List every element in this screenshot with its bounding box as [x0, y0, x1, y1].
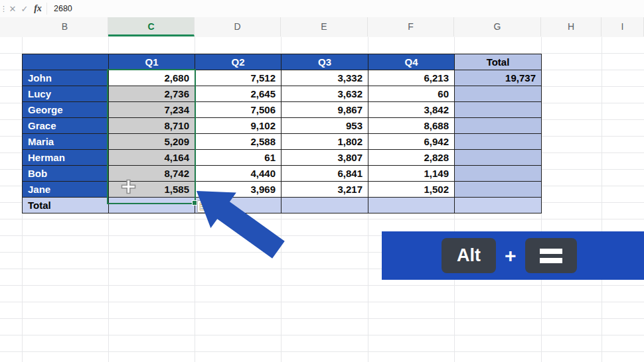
- cell-G4[interactable]: [455, 86, 542, 102]
- column-header-g[interactable]: G: [454, 17, 541, 36]
- cell-C10[interactable]: 1,585: [109, 182, 195, 198]
- cell-D7[interactable]: 2,588: [195, 134, 282, 150]
- cell-E9[interactable]: 6,841: [282, 166, 368, 182]
- cell-C4[interactable]: 2,736: [109, 86, 195, 102]
- cell-G9[interactable]: [455, 166, 542, 182]
- cell-C11[interactable]: [109, 198, 195, 213]
- cell-E8[interactable]: 3,807: [282, 150, 368, 166]
- cell-D9[interactable]: 4,440: [195, 166, 282, 182]
- formula-bar: ⋮ ✕ ✓ fx 2680: [0, 0, 644, 18]
- cell-G6[interactable]: [455, 118, 542, 134]
- column-header-i[interactable]: I: [602, 17, 644, 36]
- column-header-f[interactable]: F: [368, 17, 454, 36]
- formula-bar-divider: [46, 3, 47, 15]
- cell-F3[interactable]: 6,213: [368, 70, 455, 86]
- table-body: Q1Q2Q3Q4TotalJohn2,6807,5123,3326,21319,…: [23, 54, 542, 213]
- gridline: [602, 37, 602, 362]
- cell-F11[interactable]: [368, 198, 455, 213]
- quick-analysis-button[interactable]: [197, 200, 210, 213]
- shortcut-banner: Alt +: [382, 231, 644, 280]
- equals-icon: [540, 258, 562, 263]
- column-header-e[interactable]: E: [281, 17, 368, 36]
- column-header-d[interactable]: D: [195, 17, 281, 36]
- cell-E2-header[interactable]: Q3: [282, 54, 368, 70]
- cell-B6-label[interactable]: Grace: [23, 118, 109, 134]
- cell-F4[interactable]: 60: [368, 86, 455, 102]
- cell-F2-header[interactable]: Q4: [368, 54, 455, 70]
- cell-B2-header[interactable]: [23, 54, 109, 70]
- cell-C9[interactable]: 8,742: [109, 166, 195, 182]
- alt-key: Alt: [442, 238, 496, 273]
- cell-D2-header[interactable]: Q2: [195, 54, 282, 70]
- cell-D3[interactable]: 7,512: [195, 70, 282, 86]
- cell-C8[interactable]: 4,164: [109, 150, 195, 166]
- cell-C2-header[interactable]: Q1: [109, 54, 195, 70]
- cell-B7-label[interactable]: Maria: [23, 134, 109, 150]
- cell-G10[interactable]: [455, 182, 542, 198]
- quick-analysis-icon: [199, 202, 208, 211]
- cell-D8[interactable]: 61: [195, 150, 282, 166]
- cell-C3[interactable]: 2,680: [109, 70, 195, 86]
- cell-F9[interactable]: 1,149: [368, 166, 455, 182]
- column-header-c[interactable]: C: [108, 17, 195, 36]
- enter-icon[interactable]: ✓: [19, 4, 31, 14]
- cell-B4-label[interactable]: Lucy: [23, 86, 109, 102]
- cell-D4[interactable]: 2,645: [195, 86, 282, 102]
- excel-window: ⋮ ✕ ✓ fx 2680 B C D E F G H I Q1Q2Q3Q4To…: [0, 0, 644, 362]
- cell-G3[interactable]: 19,737: [455, 70, 542, 86]
- cell-E11[interactable]: [282, 198, 368, 213]
- cell-D6[interactable]: 9,102: [195, 118, 282, 134]
- cell-C5[interactable]: 7,234: [109, 102, 195, 118]
- cell-F7[interactable]: 6,942: [368, 134, 455, 150]
- cell-D5[interactable]: 7,506: [195, 102, 282, 118]
- cell-D10[interactable]: 3,969: [195, 182, 282, 198]
- cell-B9-label[interactable]: Bob: [23, 166, 109, 182]
- equals-icon: [540, 249, 562, 254]
- cell-G7[interactable]: [455, 134, 542, 150]
- cell-B10-label[interactable]: Jane: [23, 182, 109, 198]
- cell-F8[interactable]: 2,828: [368, 150, 455, 166]
- insert-function-icon[interactable]: fx: [31, 3, 45, 14]
- plus-sign: +: [505, 245, 517, 267]
- grip-icon: ⋮: [0, 5, 7, 12]
- cell-B11-label[interactable]: Total: [23, 198, 109, 213]
- cell-C6[interactable]: 8,710: [109, 118, 195, 134]
- cell-F6[interactable]: 8,688: [368, 118, 455, 134]
- cell-B8-label[interactable]: Herman: [23, 150, 109, 166]
- cell-B5-label[interactable]: George: [23, 102, 109, 118]
- spreadsheet-table: Q1Q2Q3Q4TotalJohn2,6807,5123,3326,21319,…: [22, 54, 542, 213]
- column-header-strip: B C D E F G H I: [0, 17, 644, 38]
- cell-E7[interactable]: 1,802: [282, 134, 368, 150]
- cell-G8[interactable]: [455, 150, 542, 166]
- cell-E10[interactable]: 3,217: [282, 182, 368, 198]
- formula-input[interactable]: 2680: [50, 4, 72, 13]
- equals-key: [525, 238, 577, 273]
- cell-E5[interactable]: 9,867: [282, 102, 368, 118]
- cell-G11[interactable]: [455, 198, 542, 213]
- cell-G2-header[interactable]: Total: [455, 54, 542, 70]
- fill-handle[interactable]: [192, 200, 197, 206]
- cell-C7[interactable]: 5,209: [109, 134, 195, 150]
- cell-F5[interactable]: 3,842: [368, 102, 455, 118]
- cell-E3[interactable]: 3,332: [282, 70, 368, 86]
- cell-E6[interactable]: 953: [282, 118, 368, 134]
- column-header-b[interactable]: B: [22, 17, 108, 36]
- cell-E4[interactable]: 3,632: [282, 86, 368, 102]
- cell-G5[interactable]: [455, 102, 542, 118]
- cell-F10[interactable]: 1,502: [368, 182, 455, 198]
- column-header-h[interactable]: H: [541, 17, 602, 36]
- cell-B3-label[interactable]: John: [23, 70, 109, 86]
- cancel-icon[interactable]: ✕: [7, 4, 19, 14]
